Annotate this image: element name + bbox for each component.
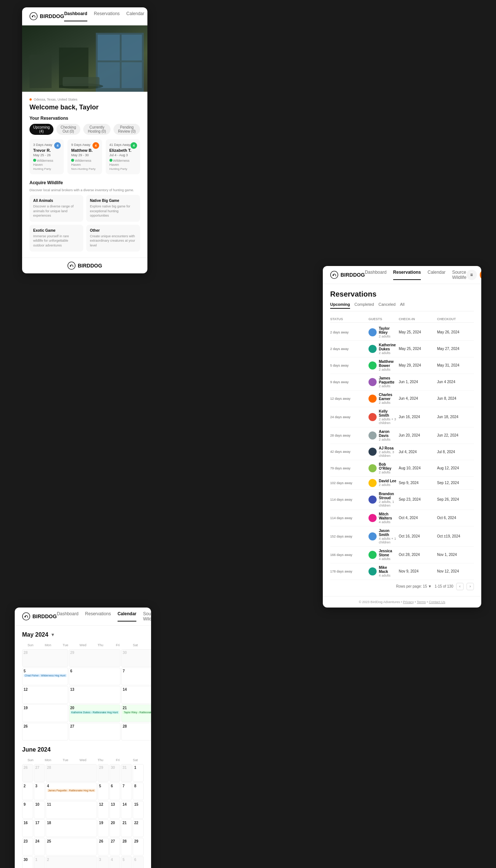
cal-cell-june-24[interactable]: 24: [34, 838, 45, 855]
cal-cell-may-26[interactable]: 26: [22, 723, 68, 741]
cal-cell-june-15[interactable]: 15: [133, 801, 144, 819]
table-row[interactable]: 114 days away Mitch Walters 4 adults Oct…: [330, 510, 474, 526]
tab-upcoming[interactable]: Upcoming (4): [29, 124, 53, 135]
table-row[interactable]: 24 days away Kelly Smith 2 adults + 3 ch…: [330, 407, 474, 427]
cal-cell-june-26[interactable]: 26: [98, 838, 109, 855]
calendar-month-toggle[interactable]: ▼: [50, 632, 55, 637]
cal-cell-june-9[interactable]: 9: [22, 801, 33, 819]
cal-cell-june-29[interactable]: 29: [133, 838, 144, 855]
cal-cell-may-end-2[interactable]: 28: [46, 764, 97, 782]
cal-cell-other[interactable]: 30: [121, 649, 151, 667]
cal-cell-may-28[interactable]: 28: [121, 723, 151, 741]
cal-cell-june-25[interactable]: 25: [46, 838, 97, 855]
cal-cell-june-10[interactable]: 10: [34, 801, 45, 819]
cal-cell-june-21[interactable]: 21: [121, 819, 132, 837]
res-user-avatar[interactable]: TK: [480, 270, 481, 280]
cal-cell-may-21[interactable]: 21Taylor Riley - Rattlesnake Hog Hunt: [121, 704, 151, 722]
cal-cell-other[interactable]: 28: [22, 649, 68, 667]
cal-cell-june-12[interactable]: 12: [98, 801, 109, 819]
res-nav-source[interactable]: Source Wildlife: [452, 270, 467, 280]
footer-privacy[interactable]: Privacy: [403, 600, 414, 604]
cal-cell-may-end-4[interactable]: 30: [109, 764, 120, 782]
cal-cell-june-4[interactable]: 4James Paquette - Rattlesnake Hog Hunt: [46, 783, 97, 800]
nav-reservations[interactable]: Reservations: [94, 11, 120, 21]
cal-cell-may-27[interactable]: 27: [69, 723, 120, 741]
table-row[interactable]: 2 days away Katherine Dukes 2 adults May…: [330, 341, 474, 357]
cal-cell-may-end-0[interactable]: 26: [22, 764, 33, 782]
rows-per-page[interactable]: Rows per page: 15 ▼: [396, 584, 432, 588]
filter-all[interactable]: All: [400, 302, 404, 309]
cal-cell-june-30[interactable]: 30: [22, 856, 33, 868]
filter-completed[interactable]: Completed: [354, 302, 374, 309]
tab-checking-out[interactable]: Checking Out (0): [56, 124, 80, 135]
cal-nav-dashboard[interactable]: Dashboard: [57, 611, 78, 622]
table-row[interactable]: 12 days away Charles Earner 2 adults Jun…: [330, 391, 474, 407]
cal-nav-reservations[interactable]: Reservations: [85, 611, 111, 622]
cal-cell-may-13[interactable]: 13: [69, 686, 120, 704]
cal-cell-june-2[interactable]: 2: [22, 783, 33, 800]
acquire-item-all[interactable]: All Animals Discover a diverse range of …: [29, 195, 83, 222]
cal-cell-july-4[interactable]: 4: [109, 856, 120, 868]
cal-cell-may-end-5[interactable]: 31: [121, 764, 132, 782]
cal-cell-may-end-3[interactable]: 29: [98, 764, 109, 782]
cal-cell-may-end-1[interactable]: 27: [34, 764, 45, 782]
cal-cell-june-18[interactable]: 18: [46, 819, 97, 837]
cal-cell-june-17[interactable]: 17: [34, 819, 45, 837]
cal-cell-june-20[interactable]: 20: [109, 819, 120, 837]
next-page-button[interactable]: ›: [467, 583, 474, 590]
cal-cell-july-2[interactable]: 2: [46, 856, 97, 868]
cal-cell-june-7[interactable]: 7: [121, 783, 132, 800]
table-row[interactable]: 9 days away James Paquette 2 adults Jun …: [330, 374, 474, 391]
cal-cell-other[interactable]: 29: [69, 649, 120, 667]
res-nav-reservations[interactable]: Reservations: [393, 270, 421, 280]
table-row[interactable]: 114 days away Brandon Stroud 2 adults, 1…: [330, 490, 474, 510]
cal-cell-may-19[interactable]: 19: [22, 704, 68, 722]
nav-dashboard[interactable]: Dashboard: [64, 11, 87, 21]
filter-upcoming[interactable]: Upcoming: [330, 302, 350, 309]
cal-cell-june-11[interactable]: 11: [46, 801, 97, 819]
cal-cell-june-27[interactable]: 27: [109, 838, 120, 855]
table-row[interactable]: 28 days away Aaron Davis 2 adults Jun 20…: [330, 427, 474, 444]
cal-nav-source[interactable]: Source Wildlife: [143, 611, 151, 622]
table-row[interactable]: 178 days away Mike Mack 4 adults Nov 9, …: [330, 563, 474, 580]
table-row[interactable]: 2 days away Taylor Riley 2 adults May 25…: [330, 324, 474, 341]
tab-hosting[interactable]: Currently Hosting (0): [83, 124, 111, 135]
res-nav-dashboard[interactable]: Dashboard: [365, 270, 387, 280]
cal-cell-may-12[interactable]: 12: [22, 686, 68, 704]
footer-terms[interactable]: Terms: [417, 600, 426, 604]
table-row[interactable]: 42 days away AJ Rosa 2 adults, 3 childre…: [330, 444, 474, 460]
cal-cell-june-6[interactable]: 6: [109, 783, 120, 800]
cal-cell-july-3[interactable]: 3: [98, 856, 109, 868]
cal-cell-june-23[interactable]: 23: [22, 838, 33, 855]
acquire-item-other[interactable]: Other Create unique encounters with extr…: [86, 225, 140, 252]
cal-cell-may-14[interactable]: 14: [121, 686, 151, 704]
cal-cell-june-13[interactable]: 13: [109, 801, 120, 819]
table-row[interactable]: 152 days away Jason Smith 4 adults + 1 c…: [330, 526, 474, 547]
acquire-item-native[interactable]: Native Big Game Explore native big game …: [86, 195, 140, 222]
acquire-item-exotic[interactable]: Exotic Game Immerse yourself in rare wil…: [29, 225, 83, 252]
cal-cell-june-14[interactable]: 14: [121, 801, 132, 819]
cal-cell-may-7[interactable]: 7: [121, 668, 151, 685]
cal-cell-june-5[interactable]: 5: [98, 783, 109, 800]
cal-cell-june-22[interactable]: 22: [133, 819, 144, 837]
cal-cell-june-19[interactable]: 19: [98, 819, 109, 837]
cal-cell-june-1[interactable]: 1: [133, 764, 144, 782]
prev-page-button[interactable]: ‹: [456, 583, 464, 590]
cal-cell-july-5[interactable]: 5: [121, 856, 132, 868]
tab-pending[interactable]: Pending Review (0): [113, 124, 140, 135]
res-menu-icon[interactable]: ≡: [467, 270, 477, 280]
nav-calendar[interactable]: Calendar: [126, 11, 144, 21]
cal-cell-july-6[interactable]: 6: [133, 856, 144, 868]
cal-nav-calendar[interactable]: Calendar: [118, 611, 136, 622]
res-nav-calendar[interactable]: Calendar: [427, 270, 446, 280]
filter-canceled[interactable]: Canceled: [378, 302, 395, 309]
footer-contact[interactable]: Contact Us: [429, 600, 446, 604]
table-row[interactable]: 5 days away Matthew Bower 2 adults May 2…: [330, 357, 474, 374]
cal-cell-may-6[interactable]: 6: [69, 668, 120, 685]
cal-cell-may-5[interactable]: 5Chad Fisher - Wilderness Hog Hunt: [22, 668, 68, 685]
cal-cell-june-3[interactable]: 3: [34, 783, 45, 800]
cal-cell-june-8[interactable]: 8: [133, 783, 144, 800]
cal-cell-june-16[interactable]: 16: [22, 819, 33, 837]
cal-cell-july-1[interactable]: 1: [34, 856, 45, 868]
table-row[interactable]: 102 days away David Lee 2 adults Sep 9, …: [330, 477, 474, 490]
